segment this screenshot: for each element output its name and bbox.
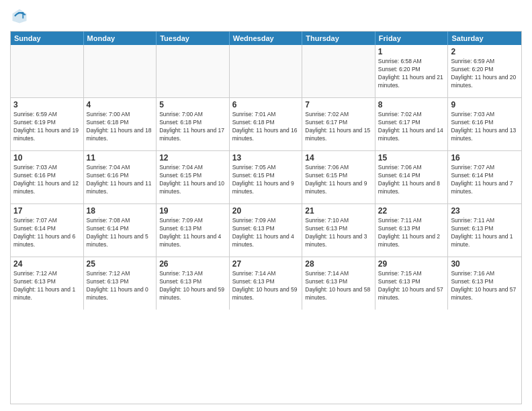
cell-info: Sunrise: 7:12 AM Sunset: 6:13 PM Dayligh… <box>13 270 81 302</box>
cal-cell: 17Sunrise: 7:07 AM Sunset: 6:14 PM Dayli… <box>11 204 84 257</box>
cal-cell <box>302 45 375 97</box>
day-number: 22 <box>378 206 445 216</box>
day-number: 1 <box>378 47 445 56</box>
cal-cell: 22Sunrise: 7:11 AM Sunset: 6:13 PM Dayli… <box>375 204 449 257</box>
cal-cell: 14Sunrise: 7:06 AM Sunset: 6:15 PM Dayli… <box>302 151 375 203</box>
day-number: 28 <box>305 259 372 269</box>
header-day-sunday: Sunday <box>11 32 84 45</box>
cal-cell: 11Sunrise: 7:04 AM Sunset: 6:16 PM Dayli… <box>84 151 157 203</box>
cal-cell <box>11 45 84 97</box>
header-day-monday: Monday <box>84 32 157 45</box>
day-number: 12 <box>159 153 226 163</box>
day-number: 27 <box>232 259 300 269</box>
cal-cell <box>157 45 230 97</box>
day-number: 16 <box>451 153 519 163</box>
cell-info: Sunrise: 6:59 AM Sunset: 6:20 PM Dayligh… <box>451 58 519 90</box>
cell-info: Sunrise: 7:06 AM Sunset: 6:15 PM Dayligh… <box>305 164 372 196</box>
day-number: 30 <box>451 259 519 269</box>
day-number: 23 <box>451 206 519 216</box>
header-day-saturday: Saturday <box>448 32 521 45</box>
cal-cell: 28Sunrise: 7:14 AM Sunset: 6:13 PM Dayli… <box>302 257 375 310</box>
calendar-header: SundayMondayTuesdayWednesdayThursdayFrid… <box>11 32 521 45</box>
day-number: 15 <box>378 153 445 163</box>
header-day-thursday: Thursday <box>302 32 375 45</box>
cell-info: Sunrise: 7:08 AM Sunset: 6:14 PM Dayligh… <box>87 217 154 249</box>
header-day-tuesday: Tuesday <box>157 32 230 45</box>
week-row-1: 3Sunrise: 6:59 AM Sunset: 6:19 PM Daylig… <box>11 98 521 151</box>
cal-cell: 5Sunrise: 7:00 AM Sunset: 6:18 PM Daylig… <box>157 98 230 150</box>
cell-info: Sunrise: 7:09 AM Sunset: 6:13 PM Dayligh… <box>232 217 300 249</box>
week-row-0: 1Sunrise: 6:58 AM Sunset: 6:20 PM Daylig… <box>11 45 521 98</box>
cal-cell <box>230 45 303 97</box>
cal-cell: 26Sunrise: 7:13 AM Sunset: 6:13 PM Dayli… <box>157 257 230 310</box>
cal-cell <box>84 45 157 97</box>
cal-cell: 18Sunrise: 7:08 AM Sunset: 6:14 PM Dayli… <box>84 204 157 257</box>
cell-info: Sunrise: 7:03 AM Sunset: 6:16 PM Dayligh… <box>13 164 81 196</box>
cell-info: Sunrise: 7:07 AM Sunset: 6:14 PM Dayligh… <box>451 164 519 196</box>
cell-info: Sunrise: 6:58 AM Sunset: 6:20 PM Dayligh… <box>378 58 445 90</box>
day-number: 2 <box>451 47 519 56</box>
day-number: 17 <box>13 206 81 216</box>
cell-info: Sunrise: 7:04 AM Sunset: 6:16 PM Dayligh… <box>87 164 154 196</box>
logo-icon <box>10 7 29 26</box>
cal-cell: 9Sunrise: 7:03 AM Sunset: 6:16 PM Daylig… <box>448 98 521 150</box>
day-number: 21 <box>305 206 372 216</box>
day-number: 5 <box>159 100 226 109</box>
cell-info: Sunrise: 7:02 AM Sunset: 6:17 PM Dayligh… <box>305 111 372 143</box>
day-number: 18 <box>87 206 154 216</box>
day-number: 26 <box>159 259 226 269</box>
cell-info: Sunrise: 7:15 AM Sunset: 6:13 PM Dayligh… <box>378 270 445 302</box>
cell-info: Sunrise: 7:11 AM Sunset: 6:13 PM Dayligh… <box>378 217 445 249</box>
day-number: 29 <box>378 259 445 269</box>
cal-cell: 30Sunrise: 7:16 AM Sunset: 6:13 PM Dayli… <box>448 257 521 310</box>
day-number: 14 <box>305 153 372 163</box>
header <box>10 7 522 26</box>
cell-info: Sunrise: 7:12 AM Sunset: 6:13 PM Dayligh… <box>87 270 154 302</box>
cell-info: Sunrise: 7:13 AM Sunset: 6:13 PM Dayligh… <box>159 270 226 302</box>
cell-info: Sunrise: 7:05 AM Sunset: 6:15 PM Dayligh… <box>232 164 300 196</box>
page: SundayMondayTuesdayWednesdayThursdayFrid… <box>0 0 532 411</box>
cell-info: Sunrise: 7:14 AM Sunset: 6:13 PM Dayligh… <box>232 270 300 302</box>
cal-cell: 25Sunrise: 7:12 AM Sunset: 6:13 PM Dayli… <box>84 257 157 310</box>
day-number: 3 <box>13 100 81 109</box>
cal-cell: 23Sunrise: 7:11 AM Sunset: 6:13 PM Dayli… <box>448 204 521 257</box>
cal-cell: 7Sunrise: 7:02 AM Sunset: 6:17 PM Daylig… <box>302 98 375 150</box>
cal-cell: 13Sunrise: 7:05 AM Sunset: 6:15 PM Dayli… <box>230 151 303 203</box>
cal-cell: 12Sunrise: 7:04 AM Sunset: 6:15 PM Dayli… <box>157 151 230 203</box>
day-number: 9 <box>451 100 519 109</box>
cell-info: Sunrise: 7:00 AM Sunset: 6:18 PM Dayligh… <box>87 111 154 143</box>
week-row-3: 17Sunrise: 7:07 AM Sunset: 6:14 PM Dayli… <box>11 204 521 257</box>
cal-cell: 4Sunrise: 7:00 AM Sunset: 6:18 PM Daylig… <box>84 98 157 150</box>
day-number: 4 <box>87 100 154 109</box>
cal-cell: 2Sunrise: 6:59 AM Sunset: 6:20 PM Daylig… <box>448 45 521 97</box>
day-number: 10 <box>13 153 81 163</box>
cell-info: Sunrise: 7:07 AM Sunset: 6:14 PM Dayligh… <box>13 217 81 249</box>
cal-cell: 1Sunrise: 6:58 AM Sunset: 6:20 PM Daylig… <box>375 45 449 97</box>
svg-marker-0 <box>13 9 27 24</box>
cal-cell: 3Sunrise: 6:59 AM Sunset: 6:19 PM Daylig… <box>11 98 84 150</box>
cell-info: Sunrise: 7:06 AM Sunset: 6:14 PM Dayligh… <box>378 164 445 196</box>
cal-cell: 20Sunrise: 7:09 AM Sunset: 6:13 PM Dayli… <box>230 204 303 257</box>
cal-cell: 10Sunrise: 7:03 AM Sunset: 6:16 PM Dayli… <box>11 151 84 203</box>
day-number: 19 <box>159 206 226 216</box>
day-number: 24 <box>13 259 81 269</box>
day-number: 7 <box>305 100 372 109</box>
day-number: 20 <box>232 206 300 216</box>
cell-info: Sunrise: 7:14 AM Sunset: 6:13 PM Dayligh… <box>305 270 372 302</box>
cal-cell: 6Sunrise: 7:01 AM Sunset: 6:18 PM Daylig… <box>230 98 303 150</box>
week-row-4: 24Sunrise: 7:12 AM Sunset: 6:13 PM Dayli… <box>11 257 521 310</box>
calendar: SundayMondayTuesdayWednesdayThursdayFrid… <box>10 31 522 404</box>
header-day-wednesday: Wednesday <box>230 32 303 45</box>
logo <box>10 7 32 26</box>
day-number: 25 <box>87 259 154 269</box>
cal-cell: 24Sunrise: 7:12 AM Sunset: 6:13 PM Dayli… <box>11 257 84 310</box>
calendar-body: 1Sunrise: 6:58 AM Sunset: 6:20 PM Daylig… <box>11 45 521 310</box>
cell-info: Sunrise: 7:16 AM Sunset: 6:13 PM Dayligh… <box>451 270 519 302</box>
cal-cell: 29Sunrise: 7:15 AM Sunset: 6:13 PM Dayli… <box>375 257 449 310</box>
cal-cell: 16Sunrise: 7:07 AM Sunset: 6:14 PM Dayli… <box>448 151 521 203</box>
cal-cell: 8Sunrise: 7:02 AM Sunset: 6:17 PM Daylig… <box>375 98 449 150</box>
day-number: 8 <box>378 100 445 109</box>
cell-info: Sunrise: 6:59 AM Sunset: 6:19 PM Dayligh… <box>13 111 81 143</box>
cal-cell: 15Sunrise: 7:06 AM Sunset: 6:14 PM Dayli… <box>375 151 449 203</box>
cell-info: Sunrise: 7:11 AM Sunset: 6:13 PM Dayligh… <box>451 217 519 249</box>
